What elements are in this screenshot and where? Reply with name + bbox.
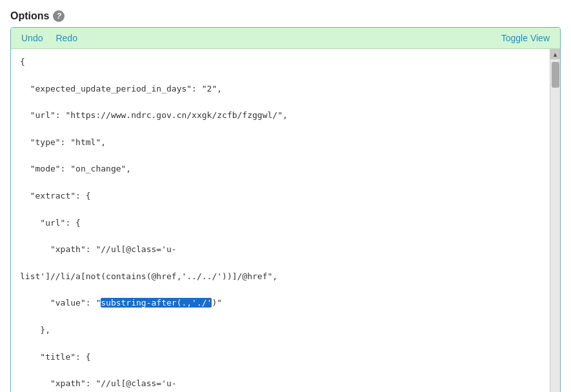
editor-wrapper: Undo Redo Toggle View { "expected_update… bbox=[10, 27, 561, 392]
undo-button[interactable]: Undo bbox=[19, 32, 45, 44]
help-icon[interactable]: ? bbox=[53, 10, 65, 22]
code-line: "url": { bbox=[20, 217, 541, 230]
code-line: "title": { bbox=[20, 351, 541, 364]
scrollbar-up-arrow[interactable]: ▲ bbox=[550, 49, 560, 59]
scrollbar-thumb[interactable] bbox=[552, 62, 559, 88]
code-line: "mode": "on_change", bbox=[20, 162, 541, 176]
code-line: "value": "substring-after(.,'./')" bbox=[20, 297, 541, 310]
code-area-wrapper: { "expected_update_period_in_days": "2",… bbox=[11, 49, 560, 392]
toolbar-left: Undo Redo bbox=[19, 32, 80, 44]
code-line: }, bbox=[20, 324, 541, 337]
code-line: "type": "html", bbox=[20, 136, 541, 150]
code-line: "extract": { bbox=[20, 190, 541, 203]
code-line: list']//li/a[not(contains(@href,'../../'… bbox=[20, 270, 541, 284]
code-line: "url": "https://www.ndrc.gov.cn/xxgk/zcf… bbox=[20, 109, 541, 122]
scrollbar-track: ▲ ▼ bbox=[550, 49, 560, 392]
redo-button[interactable]: Redo bbox=[53, 32, 79, 44]
toggle-view-button[interactable]: Toggle View bbox=[499, 32, 552, 44]
main-container: Options ? Undo Redo Toggle View { "expec… bbox=[0, 0, 571, 392]
options-header: Options ? bbox=[10, 10, 561, 22]
code-line: "expected_update_period_in_days": "2", bbox=[20, 83, 541, 96]
options-title: Options bbox=[10, 10, 49, 22]
code-line: "xpath": "//ul[@class='u- bbox=[20, 377, 541, 391]
code-line: { bbox=[20, 55, 541, 69]
code-editor[interactable]: { "expected_update_period_in_days": "2",… bbox=[11, 49, 550, 392]
highlighted-text: substring-after(.,'./' bbox=[101, 298, 212, 308]
code-line: "xpath": "//ul[@class='u- bbox=[20, 243, 541, 257]
toolbar: Undo Redo Toggle View bbox=[11, 28, 560, 49]
